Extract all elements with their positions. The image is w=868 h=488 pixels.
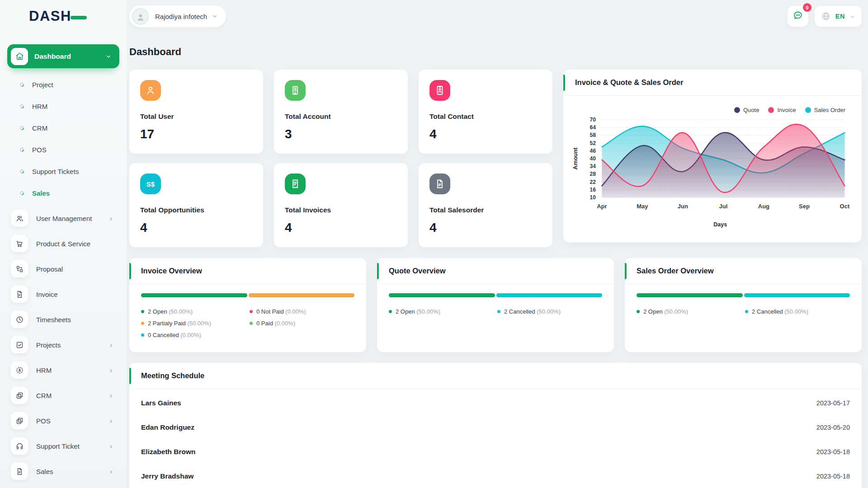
meeting-name: Lars Gaines [141, 399, 181, 407]
chevron-right-icon [108, 342, 114, 348]
stat-card-total-user: Total User 17 [129, 70, 263, 154]
sidebar-item-projects[interactable]: Projects [0, 332, 127, 357]
svg-text:Jul: Jul [719, 203, 728, 210]
sidebar-item-sales[interactable]: Sales [0, 459, 127, 484]
company-selector[interactable]: Rajodiya infotech [129, 5, 226, 27]
bullet-icon [19, 103, 25, 109]
svg-text:46: 46 [590, 148, 596, 154]
overview-title: Invoice Overview [141, 267, 202, 275]
sidebar-subitem-pos[interactable]: POS [0, 139, 127, 160]
overview-legend-item: 2 Cancelled (50.00%) [745, 308, 850, 315]
overview-legend-item: 0 Paid (0.00%) [250, 320, 354, 327]
bullet-icon [19, 125, 25, 131]
overview-legend-item: 0 Cancelled (0.00%) [141, 332, 246, 338]
svg-text:Aug: Aug [758, 203, 769, 210]
progress-bar [141, 293, 354, 297]
bullet-icon [19, 190, 25, 196]
stat-value: 4 [285, 221, 397, 235]
overview-title: Sales Order Overview [637, 267, 714, 275]
sidebar-subitem-label: Sales [32, 189, 50, 197]
meeting-date: 2023-05-20 [816, 424, 850, 431]
chat-icon [793, 10, 803, 23]
legend-item-invoice[interactable]: Invoice [768, 107, 796, 113]
svg-text:Jun: Jun [678, 203, 688, 210]
overview-legend-item: 0 Not Paid (0.00%) [250, 308, 354, 315]
card-accent-bar [129, 263, 131, 279]
sidebar-subitem-support-tickets[interactable]: Support Tickets [0, 160, 127, 182]
chevron-right-icon [108, 443, 114, 449]
stat-card-total-account: Total Account 3 [274, 70, 408, 154]
chevron-down-icon [849, 14, 855, 19]
sidebar-item-invoice[interactable]: Invoice [0, 282, 127, 307]
sidebar-item-label: User Management [36, 215, 108, 222]
sidebar-item-timesheets[interactable]: Timesheets [0, 307, 127, 332]
svg-text:Amount: Amount [572, 147, 579, 170]
meeting-date: 2023-05-17 [816, 399, 850, 407]
sidebar-menu: User Management Product & Service Propos… [0, 206, 127, 488]
sidebar-item-label: Projects [36, 341, 108, 349]
legend-dot [637, 310, 640, 313]
sidebar-item-support-ticket[interactable]: Support Ticket [0, 433, 127, 459]
chart-title: Invoice & Quote & Sales Order [575, 78, 683, 87]
sidebar-item-label: Proposal [36, 265, 114, 273]
overview-card-sales-order-overview: Sales Order Overview 2 Open (50.00%) 2 C… [625, 258, 862, 352]
language-label: EN [835, 13, 845, 20]
overview-legend-item: 2 Open (50.00%) [389, 308, 494, 315]
legend-text: 2 Open (50.00%) [396, 308, 440, 315]
svg-text:10: 10 [590, 194, 596, 201]
sidebar-subitem-label: Support Tickets [32, 168, 79, 175]
legend-dot [141, 333, 144, 337]
sidebar-item-pos[interactable]: POS [0, 408, 127, 433]
bullet-icon [19, 169, 25, 174]
svg-text:Oct: Oct [840, 203, 850, 210]
sidebar-item-dashboard[interactable]: Dashboard [7, 44, 119, 68]
legend-item-sales-order[interactable]: Sales Order [805, 107, 845, 113]
chart-card: Invoice & Quote & Sales Order Quote Invo… [563, 70, 862, 242]
stat-label: Total User [140, 113, 252, 121]
legend-text: 2 Open (50.00%) [643, 308, 688, 315]
svg-text:52: 52 [590, 140, 596, 146]
language-selector[interactable]: EN [815, 6, 862, 27]
legend-text: 2 Partialy Paid (50.00%) [148, 320, 211, 327]
stat-card-total-opportunities: S$ Total Opportunities 4 [129, 163, 263, 247]
sidebar-subitem-label: HRM [32, 103, 47, 110]
legend-item-quote[interactable]: Quote [734, 107, 759, 113]
legend-label: Quote [743, 107, 759, 113]
sidebar-subitem-sales[interactable]: Sales [0, 182, 127, 204]
svg-text:64: 64 [590, 124, 596, 131]
sidebar-subitem-crm[interactable]: CRM [0, 117, 127, 139]
sidebar-item-crm[interactable]: CRM [0, 383, 127, 408]
sidebar-item-label: Dashboard [34, 52, 105, 61]
progress-segment [141, 293, 247, 297]
user-icon [140, 80, 161, 101]
sidebar-item-contract[interactable]: Contract [0, 484, 127, 488]
sidebar-subitem-hrm[interactable]: HRM [0, 95, 127, 117]
meeting-row: Elizabeth Brown 2023-05-18 [141, 440, 850, 464]
stat-value: 17 [140, 127, 252, 141]
sidebar-item-proposal[interactable]: Proposal [0, 256, 127, 282]
legend-dot [497, 310, 500, 313]
sidebar-item-product-service[interactable]: Product & Service [0, 231, 127, 256]
progress-bar [389, 293, 602, 297]
app-logo[interactable]: DASH [0, 0, 127, 33]
stat-label: Total Salesorder [429, 206, 542, 214]
sidebar-item-label: CRM [36, 392, 108, 399]
card-accent-bar [377, 263, 379, 279]
sidebar-item-hrm[interactable]: HRM [0, 357, 127, 383]
stat-cards-grid: Total User 17 Total Account 3 Total Cont… [129, 70, 552, 247]
stat-value: 4 [429, 221, 542, 235]
card-accent-bar [625, 263, 627, 279]
chart-legend: Quote Invoice Sales Order [571, 107, 845, 113]
messages-button[interactable]: 0 [788, 6, 808, 27]
sidebar-item-user-management[interactable]: User Management [0, 206, 127, 231]
document-icon [11, 463, 28, 480]
sidebar-subitem-project[interactable]: Project [0, 74, 127, 95]
receipt-icon [285, 174, 306, 194]
legend-dot [745, 310, 748, 313]
chevron-down-icon [212, 13, 218, 19]
copy-icon [11, 412, 28, 429]
dashboard-submenu: Project HRM CRM POS Support Tickets Sale… [0, 74, 127, 204]
chevron-right-icon [108, 216, 114, 221]
meeting-name: Elizabeth Brown [141, 448, 196, 456]
svg-text:40: 40 [590, 155, 596, 162]
